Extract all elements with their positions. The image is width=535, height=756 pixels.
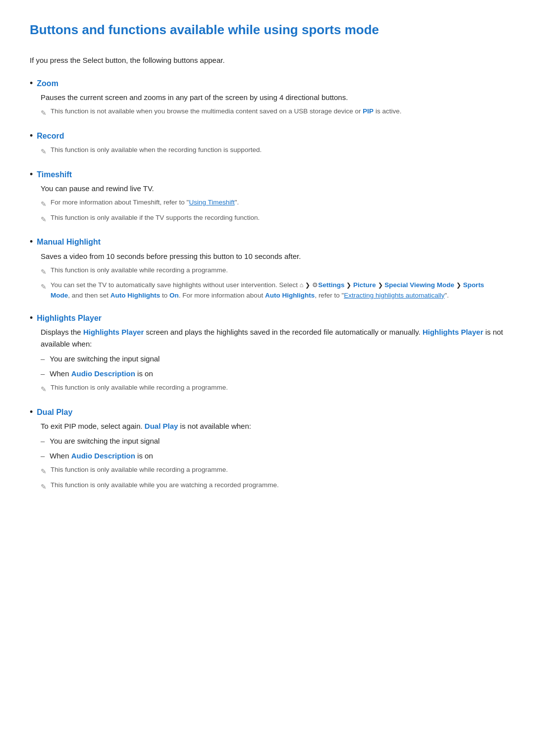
bullet-dot: • — [30, 406, 33, 418]
pencil-icon: ✎ — [41, 384, 47, 395]
item-title-timeshift: Timeshift — [37, 168, 72, 181]
item-title-manual-highlight: Manual Highlight — [37, 236, 101, 249]
note-block: ✎ This function is only available while … — [41, 265, 505, 277]
dash-item: – You are switching the input signal — [41, 435, 505, 447]
list-item-zoom: • Zoom Pauses the current screen and zoo… — [30, 77, 505, 119]
note-block: ✎ This function is only available while … — [41, 465, 505, 477]
note-text: This function is only available while yo… — [51, 480, 279, 491]
item-desc-dual-play: To exit PIP mode, select again. Dual Pla… — [41, 420, 505, 432]
item-desc-highlights-player: Displays the Highlights Player screen an… — [41, 326, 505, 350]
list-item-timeshift: • Timeshift You can pause and rewind liv… — [30, 168, 505, 225]
chevron-icon: ❯ — [456, 282, 461, 289]
dash-symbol: – — [41, 450, 45, 462]
intro-text: If you press the Select button, the foll… — [30, 54, 505, 66]
chevron-icon: ❯ — [346, 282, 351, 289]
dash-item: – When Audio Description is on — [41, 368, 505, 380]
item-title-record: Record — [37, 130, 64, 143]
home-icon: ⌂ — [300, 281, 304, 289]
chevron-icon: ❯ — [305, 282, 310, 289]
bullet-dot: • — [30, 130, 33, 142]
pencil-icon: ✎ — [41, 481, 47, 492]
item-title-zoom: Zoom — [37, 77, 58, 90]
item-title-dual-play: Dual Play — [37, 406, 72, 419]
using-timeshift-link[interactable]: Using Timeshift — [189, 199, 234, 206]
note-text: This function is only available when the… — [51, 145, 262, 155]
dash-list: – You are switching the input signal – W… — [41, 435, 505, 462]
main-list: • Zoom Pauses the current screen and zoo… — [30, 77, 505, 493]
auto-highlights-highlight2: Auto Highlights — [265, 292, 315, 299]
note-text: This function is only available if the T… — [51, 213, 260, 223]
note-text: This function is only available while re… — [51, 465, 228, 475]
note-block: ✎ This function is not available when yo… — [41, 106, 505, 118]
list-item-record: • Record ✎ This function is only availab… — [30, 130, 505, 157]
bullet-dot: • — [30, 168, 33, 181]
extracting-highlights-link[interactable]: Extracting highlights automatically — [344, 292, 444, 299]
dash-list: – You are switching the input signal – W… — [41, 353, 505, 380]
audio-description-highlight: Audio Description — [71, 452, 135, 460]
note-block: ✎ This function is only available if the… — [41, 213, 505, 225]
list-item-highlights-player: • Highlights Player Displays the Highlig… — [30, 312, 505, 395]
dash-symbol: – — [41, 435, 45, 447]
pencil-icon: ✎ — [41, 466, 47, 477]
dash-item-text: When Audio Description is on — [50, 368, 153, 380]
note-block: ✎ This function is only available while … — [41, 383, 505, 395]
special-viewing-mode-highlight: Special Viewing Mode — [384, 281, 454, 289]
note-block: ✎ You can set the TV to automatically sa… — [41, 280, 505, 301]
note-block: ✎ This function is only available when t… — [41, 145, 505, 157]
pencil-icon: ✎ — [41, 146, 47, 157]
note-text-auto-highlights: You can set the TV to automatically save… — [51, 280, 505, 301]
pencil-icon: ✎ — [41, 266, 47, 277]
highlights-player-highlight2: Highlights Player — [423, 328, 483, 336]
pencil-icon: ✎ — [41, 199, 47, 209]
dash-item: – You are switching the input signal — [41, 353, 505, 365]
bullet-dot: • — [30, 236, 33, 248]
note-text: This function is only available while re… — [51, 265, 228, 276]
page-title: Buttons and functions available while us… — [30, 20, 505, 41]
note-block: ✎ For more information about Timeshift, … — [41, 198, 505, 209]
dash-symbol: – — [41, 353, 45, 365]
settings-highlight: Settings — [318, 281, 344, 289]
note-block: ✎ This function is only available while … — [41, 480, 505, 492]
bullet-dot: • — [30, 312, 33, 324]
item-title-highlights-player: Highlights Player — [37, 312, 102, 325]
highlights-player-highlight: Highlights Player — [83, 328, 144, 336]
item-desc-manual-highlight: Saves a video from 10 seconds before pre… — [41, 251, 505, 262]
note-text: This function is only available while re… — [51, 383, 228, 393]
auto-highlights-highlight: Auto Highlights — [110, 292, 160, 299]
settings-icon: ⚙ — [312, 281, 318, 289]
chevron-icon: ❯ — [378, 282, 383, 289]
dash-symbol: – — [41, 368, 45, 380]
on-highlight: On — [169, 292, 179, 299]
pencil-icon: ✎ — [41, 281, 47, 292]
audio-description-highlight: Audio Description — [71, 369, 135, 378]
item-desc-timeshift: You can pause and rewind live TV. — [41, 183, 505, 195]
pencil-icon: ✎ — [41, 107, 47, 118]
note-text: For more information about Timeshift, re… — [51, 198, 239, 208]
pip-highlight: PIP — [363, 107, 374, 115]
dash-item: – When Audio Description is on — [41, 450, 505, 462]
list-item-dual-play: • Dual Play To exit PIP mode, select aga… — [30, 406, 505, 492]
item-desc-zoom: Pauses the current screen and zooms in a… — [41, 92, 505, 103]
list-item-manual-highlight: • Manual Highlight Saves a video from 10… — [30, 236, 505, 301]
picture-highlight: Picture — [353, 281, 376, 289]
dash-item-text: You are switching the input signal — [50, 435, 160, 447]
dash-item-text: When Audio Description is on — [50, 450, 153, 462]
dash-item-text: You are switching the input signal — [50, 353, 160, 365]
pencil-icon: ✎ — [41, 214, 47, 225]
bullet-dot: • — [30, 77, 33, 90]
dual-play-highlight: Dual Play — [145, 422, 178, 430]
note-text: This function is not available when you … — [51, 106, 401, 117]
